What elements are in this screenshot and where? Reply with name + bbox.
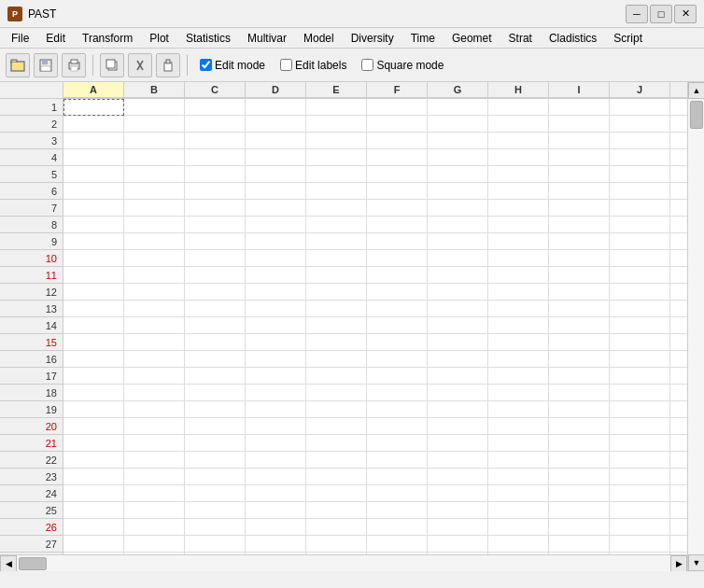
cell-E18[interactable] — [306, 385, 367, 401]
row-header-20[interactable]: 20 — [0, 418, 63, 435]
cell-C10[interactable] — [185, 250, 246, 267]
cell-B5[interactable] — [124, 166, 185, 183]
cell-J23[interactable] — [610, 469, 670, 485]
cell-D27[interactable] — [246, 536, 306, 553]
scroll-thumb-h[interactable] — [19, 557, 47, 570]
cell-E15[interactable] — [306, 334, 367, 351]
cell-F8[interactable] — [367, 217, 428, 233]
cell-D18[interactable] — [246, 385, 306, 401]
menu-model[interactable]: Model — [296, 30, 342, 47]
cell-A19[interactable] — [63, 401, 124, 418]
menu-strat[interactable]: Strat — [501, 30, 540, 47]
cell-C25[interactable] — [185, 502, 246, 519]
cell-A6[interactable] — [63, 183, 124, 200]
cell-D3[interactable] — [246, 133, 306, 149]
cell-F6[interactable] — [367, 183, 428, 200]
cell-I5[interactable] — [549, 166, 610, 183]
cell-A7[interactable] — [63, 200, 124, 217]
cell-I15[interactable] — [549, 334, 610, 351]
cell-B23[interactable] — [124, 469, 185, 485]
cell-D14[interactable] — [246, 317, 306, 334]
cell-F23[interactable] — [367, 469, 428, 485]
cell-B9[interactable] — [124, 233, 185, 250]
cell-C9[interactable] — [185, 233, 246, 250]
cell-C14[interactable] — [185, 317, 246, 334]
cell-D25[interactable] — [246, 502, 306, 519]
col-header-J[interactable]: J — [610, 82, 670, 98]
cell-B6[interactable] — [124, 183, 185, 200]
row-header-9[interactable]: 9 — [0, 233, 63, 250]
cell-D4[interactable] — [246, 149, 306, 166]
cell-H17[interactable] — [488, 368, 549, 385]
cell-H27[interactable] — [488, 536, 549, 553]
cell-C16[interactable] — [185, 351, 246, 368]
cell-F3[interactable] — [367, 133, 428, 149]
cell-I26[interactable] — [549, 519, 610, 536]
cell-J15[interactable] — [610, 334, 670, 351]
save-button[interactable] — [34, 53, 58, 77]
cell-H22[interactable] — [488, 452, 549, 469]
cell-C1[interactable] — [185, 99, 246, 116]
cell-G6[interactable] — [428, 183, 488, 200]
cell-A15[interactable] — [63, 334, 124, 351]
row-header-14[interactable]: 14 — [0, 317, 63, 334]
cell-H12[interactable] — [488, 284, 549, 301]
scroll-thumb-v[interactable] — [690, 101, 703, 129]
cell-H23[interactable] — [488, 469, 549, 485]
cell-H6[interactable] — [488, 183, 549, 200]
cell-J17[interactable] — [610, 368, 670, 385]
cell-E27[interactable] — [306, 536, 367, 553]
cell-D11[interactable] — [246, 267, 306, 284]
cell-D5[interactable] — [246, 166, 306, 183]
cell-C6[interactable] — [185, 183, 246, 200]
cell-H9[interactable] — [488, 233, 549, 250]
row-header-17[interactable]: 17 — [0, 368, 63, 385]
menu-multivar[interactable]: Multivar — [240, 30, 294, 47]
cell-G22[interactable] — [428, 452, 488, 469]
cell-E26[interactable] — [306, 519, 367, 536]
row-header-24[interactable]: 24 — [0, 485, 63, 502]
cell-H4[interactable] — [488, 149, 549, 166]
col-header-C[interactable]: C — [185, 82, 246, 98]
row-header-7[interactable]: 7 — [0, 200, 63, 217]
cell-J22[interactable] — [610, 452, 670, 469]
cell-B22[interactable] — [124, 452, 185, 469]
cell-A17[interactable] — [63, 368, 124, 385]
cell-F14[interactable] — [367, 317, 428, 334]
cell-G14[interactable] — [428, 317, 488, 334]
cell-F10[interactable] — [367, 250, 428, 267]
cell-A22[interactable] — [63, 452, 124, 469]
cell-C19[interactable] — [185, 401, 246, 418]
cell-E9[interactable] — [306, 233, 367, 250]
cell-C27[interactable] — [185, 536, 246, 553]
cell-H14[interactable] — [488, 317, 549, 334]
cell-B4[interactable] — [124, 149, 185, 166]
cell-E5[interactable] — [306, 166, 367, 183]
row-header-2[interactable]: 2 — [0, 116, 63, 133]
cell-B11[interactable] — [124, 267, 185, 284]
cell-J19[interactable] — [610, 401, 670, 418]
cell-J27[interactable] — [610, 536, 670, 553]
cell-B21[interactable] — [124, 435, 185, 452]
cell-B13[interactable] — [124, 301, 185, 317]
cell-F18[interactable] — [367, 385, 428, 401]
cell-J20[interactable] — [610, 418, 670, 435]
cell-B20[interactable] — [124, 418, 185, 435]
cell-I18[interactable] — [549, 385, 610, 401]
cell-I12[interactable] — [549, 284, 610, 301]
cell-F21[interactable] — [367, 435, 428, 452]
cell-G23[interactable] — [428, 469, 488, 485]
scroll-track-v[interactable] — [688, 99, 704, 554]
cell-J26[interactable] — [610, 519, 670, 536]
scroll-down-button[interactable]: ▼ — [688, 554, 704, 571]
cell-B14[interactable] — [124, 317, 185, 334]
cell-E4[interactable] — [306, 149, 367, 166]
cell-C20[interactable] — [185, 418, 246, 435]
cell-G18[interactable] — [428, 385, 488, 401]
cell-F27[interactable] — [367, 536, 428, 553]
minimize-button[interactable]: ─ — [626, 5, 648, 23]
cell-H13[interactable] — [488, 301, 549, 317]
cell-B15[interactable] — [124, 334, 185, 351]
cell-A5[interactable] — [63, 166, 124, 183]
cell-D12[interactable] — [246, 284, 306, 301]
